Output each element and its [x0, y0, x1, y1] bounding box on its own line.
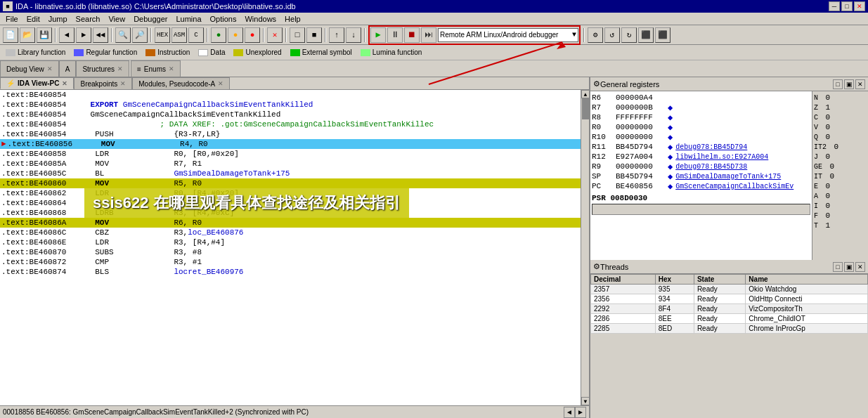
tb-arrow2[interactable]: ↓	[346, 27, 361, 43]
col-decimal: Decimal	[591, 275, 656, 285]
title-text: IDA - libnative.so.idb (libnative.so) C:…	[15, 2, 296, 11]
tab-bp-close[interactable]: ✕	[120, 80, 126, 87]
col-hex: Hex	[655, 275, 694, 285]
tb-green-dot[interactable]: ●	[211, 27, 226, 43]
tb-arrow1[interactable]: ↑	[329, 27, 344, 43]
menu-jump[interactable]: Jump	[44, 14, 72, 24]
tb-orange-dot[interactable]: ●	[228, 27, 243, 43]
tab-row1: Debug View ✕ A Structures ✕ ≡ Enums ✕	[0, 60, 868, 77]
threads-table: Decimal Hex State Name 2357 935 Ready	[590, 274, 868, 334]
code-text-area[interactable]: .text:BE460854 .text:BE460854 EXPORT GmS…	[0, 90, 581, 405]
tab-a[interactable]: A	[59, 60, 77, 77]
tb-search2[interactable]: 🔎	[132, 27, 148, 43]
thread-row[interactable]: 2285 8ED Ready Chrome InProcGp	[591, 324, 868, 334]
code-scrollbar[interactable]: ▲ ▼	[581, 90, 589, 405]
menu-options[interactable]: Options	[206, 14, 241, 24]
tab-structures-close[interactable]: ✕	[117, 65, 123, 72]
menu-lumina[interactable]: Lumina	[171, 14, 205, 24]
tb-misc5[interactable]: ⬛	[655, 27, 671, 43]
reg-ctrl-max[interactable]: ▣	[844, 79, 854, 89]
debug-pause[interactable]: ⏸	[387, 27, 403, 43]
status-scroll-left[interactable]: ◄	[564, 407, 575, 418]
menu-file[interactable]: File	[1, 14, 22, 24]
tab-ida-view[interactable]: ⚡ IDA View-PC ✕	[0, 77, 74, 89]
threads-controls: □ ▣ ✕	[833, 262, 865, 272]
tb-misc4[interactable]: ⬛	[638, 27, 654, 43]
scroll-up[interactable]: ▲	[581, 90, 589, 98]
tab-structures[interactable]: Structures ✕	[76, 60, 129, 77]
scroll-thumb[interactable]	[582, 98, 589, 119]
menu-help[interactable]: Help	[280, 14, 305, 24]
debug-dropdown[interactable]: Remote ARM Linux/Android debugger ▼	[438, 28, 578, 42]
legend-unexplored: Unexplored	[233, 48, 281, 56]
tab-ida-close[interactable]: ✕	[62, 80, 67, 87]
thread-row[interactable]: 2292 8F4 Ready VizCompositorTh	[591, 304, 868, 314]
menu-edit[interactable]: Edit	[22, 14, 44, 24]
legend-instr-label: Instruction	[157, 48, 190, 56]
legend-data-color	[198, 49, 208, 56]
tb-misc3[interactable]: ↻	[621, 27, 637, 43]
tb-back[interactable]: ◄	[59, 27, 75, 43]
debug-stop[interactable]: ⏹	[404, 27, 420, 43]
menu-windows[interactable]: Windows	[240, 14, 280, 24]
toolbar-sep1	[55, 28, 56, 42]
tab-debug-close[interactable]: ✕	[47, 65, 53, 72]
tb-new[interactable]: 📄	[3, 27, 18, 43]
tab-mod-label: Modules, Pseudocode-A	[138, 80, 215, 88]
flag-t: T 1	[814, 221, 867, 230]
tb-box1[interactable]: □	[290, 27, 305, 43]
debug-play[interactable]: ▶	[370, 27, 386, 43]
tb-c[interactable]: C	[188, 27, 204, 43]
threads-header: ⚙ Threads □ ▣ ✕	[590, 260, 868, 274]
thread-row[interactable]: 2356 934 Ready OldHttp Connecti	[591, 294, 868, 304]
reg-r9: R9 00000000 ◆ debug078:BB45D738	[592, 162, 810, 171]
legend-bar: Library function Regular function Instru…	[0, 45, 868, 60]
tb-search1[interactable]: 🔍	[115, 27, 131, 43]
threads-ctrl-max[interactable]: ▣	[844, 262, 854, 272]
status-scroll-right[interactable]: ►	[575, 407, 586, 418]
threads-ctrl-close[interactable]: ✕	[855, 262, 865, 272]
code-line-bl1: .text:BE46085C BL GmSimDealDamageToTank+…	[0, 169, 581, 178]
menu-view[interactable]: View	[104, 14, 129, 24]
thread-row[interactable]: 2357 935 Ready Okio Watchdog	[591, 285, 868, 294]
threads-ctrl-min[interactable]: □	[833, 262, 843, 272]
tb-open[interactable]: 📂	[20, 27, 35, 43]
tb-box2[interactable]: ■	[306, 27, 322, 43]
tb-save[interactable]: 💾	[37, 27, 52, 43]
toolbar-sep5	[263, 28, 264, 42]
close-button[interactable]: ✕	[854, 1, 865, 11]
tab-debug-view-label: Debug View	[6, 65, 44, 73]
tb-fwd[interactable]: ►	[76, 27, 91, 43]
tb-back2[interactable]: ◄◄	[93, 27, 108, 43]
reg-ctrl-close[interactable]: ✕	[855, 79, 865, 89]
tb-cross[interactable]: ✕	[267, 27, 283, 43]
tab-debug-view[interactable]: Debug View ✕	[0, 60, 59, 77]
menu-search[interactable]: Search	[72, 14, 105, 24]
tb-misc2[interactable]: ↺	[604, 27, 620, 43]
tb-asm[interactable]: ASM	[171, 27, 187, 43]
debug-step[interactable]: ⏭	[421, 27, 436, 43]
maximize-button[interactable]: □	[841, 1, 853, 11]
tb-red-dot[interactable]: ●	[245, 27, 260, 43]
legend-library: Library function	[6, 48, 65, 56]
main-layout: ⚡ IDA View-PC ✕ Breakpoints ✕ Modules, P…	[0, 77, 868, 418]
tab-enums[interactable]: ≡ Enums ✕	[131, 60, 181, 77]
tab-modules[interactable]: Modules, Pseudocode-A ✕	[132, 77, 230, 89]
thread-row[interactable]: 2286 8EE Ready Chrome_ChildIOT	[591, 314, 868, 324]
registers-content: R6 000000A4 R7 0000000B ◆ R8 FFFFFFFF ◆	[590, 91, 868, 260]
registers-header: ⚙ General registers □ ▣ ✕	[590, 77, 868, 91]
tab-mod-close[interactable]: ✕	[218, 80, 224, 87]
tab-row2: ⚡ IDA View-PC ✕ Breakpoints ✕ Modules, P…	[0, 77, 589, 90]
flag-v: V 0	[814, 122, 867, 132]
legend-library-color	[6, 49, 15, 56]
tb-hex[interactable]: HEX	[155, 27, 170, 43]
scroll-down[interactable]: ▼	[581, 397, 589, 405]
tb-misc1[interactable]: ⚙	[588, 27, 603, 43]
menu-debugger[interactable]: Debugger	[129, 14, 171, 24]
reg-ctrl-min[interactable]: □	[833, 79, 843, 89]
tab-breakpoints[interactable]: Breakpoints ✕	[74, 77, 132, 89]
tab-enums-close[interactable]: ✕	[169, 65, 174, 72]
tab-enums-label: Enums	[144, 65, 166, 73]
minimize-button[interactable]: ─	[829, 1, 840, 11]
legend-regular: Regular function	[74, 48, 137, 56]
